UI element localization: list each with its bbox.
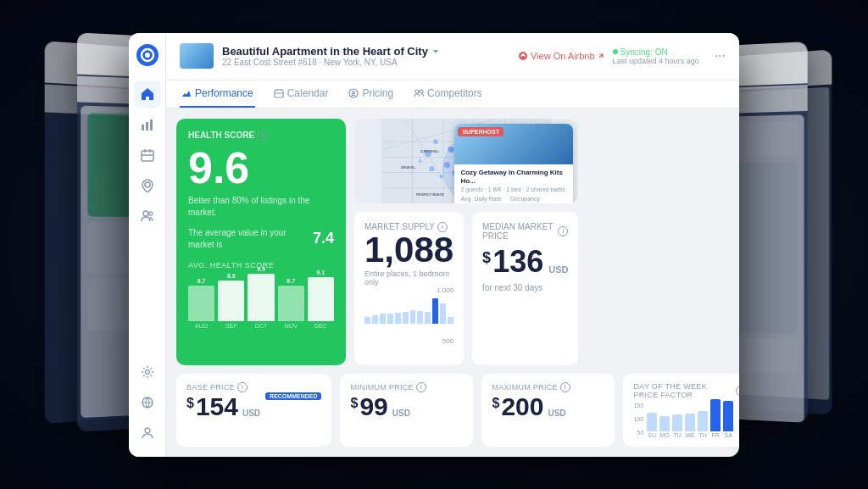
- min-price-card: MINIMUM PRICE i $ 99 USD: [340, 374, 473, 447]
- min-price-info[interactable]: i: [416, 382, 426, 392]
- occupancy-label: Occupancy: [510, 196, 540, 202]
- max-price-label: MAXIMUM PRICE i: [492, 382, 604, 392]
- dow-price-label: DAY OF THE WEEK PRICE FACTOR i: [633, 382, 739, 399]
- health-avg-desc: The average value in your market is: [188, 227, 306, 251]
- svg-rect-3: [142, 125, 144, 131]
- map-card: WILLIAMSBURG BROADWAY TRIANGLE SUMNER HO…: [354, 119, 578, 203]
- sidebar-item-chart[interactable]: [134, 111, 161, 138]
- svg-rect-5: [150, 119, 153, 131]
- base-price-info[interactable]: i: [237, 382, 248, 392]
- health-desc: Better than 80% of listings in the marke…: [188, 195, 334, 219]
- base-price-card: BASE PRICE i $ 154 USD RECOMMENDED: [176, 374, 331, 447]
- base-price-label: BASE PRICE i: [186, 382, 321, 392]
- bar-dec: 9.1 DEC: [308, 270, 334, 329]
- bar-nov: 8.7 NOV: [278, 278, 304, 329]
- sync-status: Syncing: ON: [613, 47, 699, 57]
- svg-text:CLINTON HILL: CLINTON HILL: [420, 150, 439, 153]
- dow-price-info[interactable]: i: [736, 386, 739, 396]
- svg-text:PROSPECT HEIGHTS: PROSPECT HEIGHTS: [416, 192, 443, 196]
- sync-dot: [613, 49, 618, 54]
- property-thumbnail: [180, 43, 214, 69]
- chart-mid-label: 500: [442, 337, 453, 345]
- navigation-tabs: Performance Calendar Pricing Competitors: [166, 81, 739, 108]
- svg-point-48: [429, 165, 434, 170]
- competitor-card: SUPERHOST Cozy Getaway In Charming Kits …: [454, 124, 573, 203]
- svg-point-9: [149, 212, 153, 215]
- svg-point-10: [145, 370, 149, 374]
- tab-pricing[interactable]: Pricing: [347, 81, 395, 108]
- avg-rate-label: Avg. Daily Rate: [460, 196, 502, 202]
- svg-rect-6: [142, 151, 153, 161]
- scene: Beautiful Apartment in the Heart of City…: [44, 20, 824, 470]
- svg-point-47: [439, 174, 443, 178]
- market-supply-value: 1,088: [364, 232, 453, 268]
- airbnb-link[interactable]: View On Airbnb: [518, 51, 604, 61]
- sidebar-item-globe[interactable]: [134, 389, 161, 416]
- price-cards-row: BASE PRICE i $ 154 USD RECOMMENDED: [176, 374, 739, 447]
- svg-point-16: [420, 90, 423, 93]
- health-bar-chart: 8.7 AUG 8.9 SEP 9.5 OCT: [188, 278, 334, 329]
- sidebar-item-nearby[interactable]: [134, 172, 161, 199]
- avg-rate-value: 144: [465, 202, 488, 203]
- app-header: Beautiful Apartment in the Heart of City…: [166, 33, 739, 81]
- tab-competitors[interactable]: Competitors: [412, 81, 484, 108]
- health-score-value: 9.6: [188, 146, 334, 190]
- svg-point-46: [444, 161, 450, 167]
- property-title: Beautiful Apartment in the Heart of City: [222, 45, 503, 58]
- sidebar-item-user[interactable]: [134, 420, 161, 447]
- svg-point-54: [418, 158, 422, 163]
- min-price-label: MINIMUM PRICE i: [350, 382, 463, 392]
- svg-point-12: [145, 428, 150, 433]
- health-avg-value: 7.4: [313, 230, 334, 247]
- max-price-card: MAXIMUM PRICE i $ 200 USD: [481, 374, 615, 447]
- min-price-value: $ 99 USD: [350, 392, 463, 421]
- dashboard: HEALTH SCORE i 9.6 Better than 80% of li…: [166, 108, 739, 457]
- svg-point-2: [145, 53, 150, 58]
- svg-point-7: [145, 182, 150, 187]
- svg-point-8: [143, 211, 148, 216]
- sidebar: [129, 33, 166, 457]
- bar-sep: 8.9 SEP: [218, 273, 244, 329]
- median-price-sub: for next 30 days: [482, 283, 568, 292]
- more-options-button[interactable]: ···: [715, 48, 726, 64]
- competitor-details: 2 guests · 1 BR · 1 bed · 2 shared baths: [460, 186, 567, 192]
- bar-aug: 8.7 AUG: [188, 278, 214, 329]
- max-price-value: $ 200 USD: [492, 392, 604, 421]
- app-logo: [136, 43, 159, 77]
- market-supply-card: MARKET SUPPLY i 1,088 Entire places, 1 b…: [354, 212, 464, 365]
- svg-point-31: [448, 146, 453, 152]
- recommended-badge: RECOMMENDED: [265, 392, 321, 400]
- svg-point-15: [415, 90, 419, 93]
- avg-health-label: AVG. HEALTH SCORE: [188, 261, 334, 270]
- market-supply-sub: Entire places, 1 bedroom only: [364, 270, 453, 286]
- superhost-badge: SUPERHOST: [458, 127, 504, 136]
- sidebar-item-home[interactable]: [134, 81, 161, 108]
- health-label: HEALTH SCORE i: [188, 131, 334, 141]
- tab-calendar[interactable]: Calendar: [272, 81, 331, 108]
- dow-price-card: DAY OF THE WEEK PRICE FACTOR i 150 100 5…: [623, 374, 739, 447]
- sync-subtext: Last updated 4 hours ago: [613, 57, 699, 65]
- occupancy-value: 54: [510, 202, 526, 203]
- tab-performance[interactable]: Performance: [180, 81, 255, 108]
- median-price-value: $ 136 USD: [482, 244, 568, 280]
- property-address: 22 East Cost Street #618 · New York, NY,…: [222, 58, 503, 67]
- content-area: Beautiful Apartment in the Heart of City…: [166, 33, 739, 457]
- competitor-card-image: SUPERHOST: [454, 124, 573, 164]
- median-price-info[interactable]: i: [558, 226, 568, 236]
- property-info: Beautiful Apartment in the Heart of City…: [222, 45, 503, 67]
- sidebar-item-users[interactable]: [134, 203, 161, 230]
- svg-rect-4: [146, 122, 148, 131]
- median-price-label: MEDIAN MARKET PRICE i: [482, 222, 568, 241]
- bar-oct: 9.5 OCT: [248, 266, 274, 329]
- main-panel: Beautiful Apartment in the Heart of City…: [129, 33, 739, 457]
- max-price-info[interactable]: i: [560, 382, 570, 392]
- health-score-card: HEALTH SCORE i 9.6 Better than 80% of li…: [176, 119, 346, 365]
- median-price-card: MEDIAN MARKET PRICE i $ 136 USD for next…: [472, 212, 578, 365]
- sidebar-item-calendar[interactable]: [134, 142, 161, 169]
- health-info-icon[interactable]: i: [258, 131, 268, 141]
- competitor-title: Cozy Getaway In Charming Kits Ho...: [460, 169, 567, 186]
- base-price-value: $ 154 USD RECOMMENDED: [186, 392, 321, 421]
- dow-chart: SU MO TU: [647, 404, 733, 438]
- svg-point-53: [433, 139, 437, 143]
- sidebar-item-settings[interactable]: [134, 358, 161, 386]
